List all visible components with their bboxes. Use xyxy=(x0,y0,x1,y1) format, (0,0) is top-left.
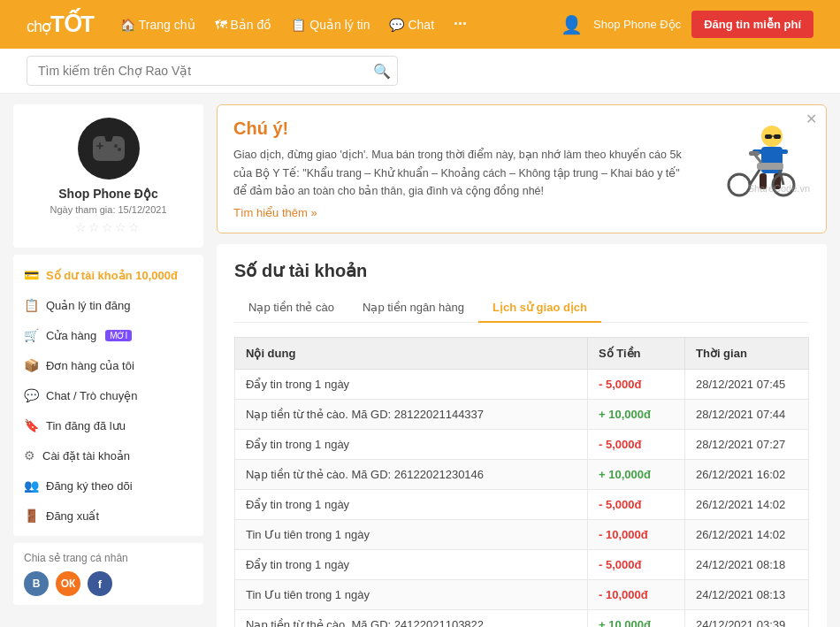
alert-banner: Chú ý! Giao dịch, đừng giao 'dịch'. Mua … xyxy=(217,104,827,233)
join-date: Ngày tham gia: 15/12/2021 xyxy=(27,204,190,215)
cell-content: Đẩy tin trong 1 ngày xyxy=(235,549,588,579)
shop-name: Shop Phone Độc xyxy=(27,187,190,201)
svg-rect-17 xyxy=(749,151,760,156)
svg-rect-15 xyxy=(757,163,783,170)
manage-posts-icon: 📋 xyxy=(24,298,39,312)
sidebar-item-follow[interactable]: 👥 Đăng ký theo dõi xyxy=(13,470,203,501)
cell-time: 24/12/2021 08:18 xyxy=(685,549,809,579)
sidebar-item-shop[interactable]: 🛒 Cửa hàng MỚI xyxy=(13,320,203,350)
svg-rect-10 xyxy=(765,134,772,139)
cell-time: 26/12/2021 14:02 xyxy=(685,519,809,549)
shop-icon: 🛒 xyxy=(24,328,39,342)
cell-content: Nạp tiền từ thẻ cào. Mã GD: 241220211038… xyxy=(235,609,588,627)
nav-item-manage[interactable]: 📋 Quản lý tin xyxy=(291,18,370,32)
sidebar-item-balance[interactable]: 💳 Số dư tài khoản 10,000đ xyxy=(13,260,203,290)
manage-icon: 📋 xyxy=(291,18,306,32)
nav: 🏠 Trang chủ 🗺 Bản đồ 📋 Quản lý tin 💬 Cha… xyxy=(120,15,561,34)
tab-history[interactable]: Lịch sử giao dịch xyxy=(478,294,601,323)
cell-amount: - 5,000đ xyxy=(588,369,685,399)
balance-icon: 💳 xyxy=(24,268,39,282)
follow-icon: 👥 xyxy=(24,478,39,493)
sidebar-item-settings[interactable]: ⚙ Cài đặt tài khoản xyxy=(13,440,203,470)
nav-item-chat[interactable]: 💬 Chat xyxy=(389,18,434,32)
tab-top-up-bank[interactable]: Nạp tiền ngân hàng xyxy=(348,294,478,323)
alert-body: Giao dịch, đừng giao 'dịch'. Mua bán tro… xyxy=(233,146,695,201)
cell-content: Đẩy tin trong 1 ngày xyxy=(235,489,588,519)
cell-time: 28/12/2021 07:45 xyxy=(685,369,809,399)
alert-close-button[interactable]: ✕ xyxy=(806,112,817,126)
col-amount: Số Tiền xyxy=(588,337,685,369)
table-row: Đẩy tin trong 1 ngày- 5,000đ24/12/2021 0… xyxy=(235,549,809,579)
cell-content: Tin Ưu tiên trong 1 ngày xyxy=(235,579,588,609)
map-icon: 🗺 xyxy=(215,18,227,32)
chat-icon: 💬 xyxy=(389,18,404,32)
nav-item-map[interactable]: 🗺 Bản đồ xyxy=(215,18,272,32)
user-avatar-icon: 👤 xyxy=(561,14,583,35)
header: chợTỐT 🏠 Trang chủ 🗺 Bản đồ 📋 Quản lý ti… xyxy=(0,0,840,49)
settings-icon: ⚙ xyxy=(24,448,35,463)
svg-point-13 xyxy=(729,174,750,195)
table-row: Tin Ưu tiên trong 1 ngày- 10,000đ26/12/2… xyxy=(235,519,809,549)
chat-sidebar-icon: 💬 xyxy=(24,388,39,402)
vk-share-button[interactable]: В xyxy=(24,571,49,596)
cell-amount: - 10,000đ xyxy=(588,519,685,549)
alert-illustration: ShareCode.vn xyxy=(704,119,810,198)
svg-rect-1 xyxy=(99,142,101,149)
transaction-table: Nội dung Số Tiền Thời gian Đẩy tin trong… xyxy=(234,337,809,627)
table-row: Nạp tiền từ thẻ cào. Mã GD: 261220212301… xyxy=(235,459,809,489)
user-name[interactable]: Shop Phone Độc xyxy=(593,18,681,31)
alert-title: Chú ý! xyxy=(233,119,695,139)
table-row: Nạp tiền từ thẻ cào. Mã GD: 241220211038… xyxy=(235,609,809,627)
balance-section: Số dư tài khoản Nạp tiền thẻ cào Nạp tiề… xyxy=(217,244,827,627)
sidebar-item-saved[interactable]: 🔖 Tin đăng đã lưu xyxy=(13,410,203,440)
table-row: Tin Ưu tiên trong 1 ngày- 10,000đ24/12/2… xyxy=(235,579,809,609)
svg-rect-11 xyxy=(774,134,781,139)
section-title: Số dư tài khoản xyxy=(234,260,809,281)
cell-content: Tin Ưu tiên trong 1 ngày xyxy=(235,519,588,549)
search-bar: 🔍 xyxy=(0,49,840,94)
table-row: Đẩy tin trong 1 ngày- 5,000đ28/12/2021 0… xyxy=(235,429,809,459)
logo[interactable]: chợTỐT xyxy=(27,11,94,38)
nav-more-button[interactable]: ··· xyxy=(454,15,467,34)
orders-icon: 📦 xyxy=(24,358,39,372)
alert-link[interactable]: Tìm hiểu thêm » xyxy=(233,206,317,219)
cell-time: 24/12/2021 03:39 xyxy=(685,609,809,627)
tab-top-up-card[interactable]: Nạp tiền thẻ cào xyxy=(234,294,348,323)
star-rating: ☆☆☆☆☆ xyxy=(27,220,190,234)
logout-icon: 🚪 xyxy=(24,508,39,523)
sidebar: Shop Phone Độc Ngày tham gia: 15/12/2021… xyxy=(13,104,203,627)
facebook-share-button[interactable]: f xyxy=(88,571,112,596)
svg-point-3 xyxy=(118,148,121,151)
cell-content: Nạp tiền từ thẻ cào. Mã GD: 261220212301… xyxy=(235,459,588,489)
table-row: Đẩy tin trong 1 ngày- 5,000đ28/12/2021 0… xyxy=(235,369,809,399)
cell-time: 26/12/2021 16:02 xyxy=(685,459,809,489)
post-button[interactable]: Đăng tin miễn phí xyxy=(691,11,813,38)
sidebar-item-chat[interactable]: 💬 Chat / Trò chuyện xyxy=(13,380,203,410)
col-content: Nội dung xyxy=(235,337,588,369)
sidebar-menu: 💳 Số dư tài khoản 10,000đ 📋 Quản lý tin … xyxy=(13,255,203,536)
cell-content: Nạp tiền từ thẻ cào. Mã GD: 281220211443… xyxy=(235,399,588,429)
tabs: Nạp tiền thẻ cào Nạp tiền ngân hàng Lịch… xyxy=(234,294,809,323)
cell-amount: - 5,000đ xyxy=(588,429,685,459)
sidebar-item-manage-posts[interactable]: 📋 Quản lý tin đăng xyxy=(13,290,203,320)
cell-time: 28/12/2021 07:27 xyxy=(685,429,809,459)
col-time: Thời gian xyxy=(685,337,809,369)
ok-share-button[interactable]: ОК xyxy=(56,571,80,596)
cell-amount: - 5,000đ xyxy=(588,489,685,519)
search-button[interactable]: 🔍 xyxy=(373,63,391,80)
cell-time: 24/12/2021 08:13 xyxy=(685,579,809,609)
profile-card: Shop Phone Độc Ngày tham gia: 15/12/2021… xyxy=(13,104,203,248)
new-badge: MỚI xyxy=(105,330,132,341)
sidebar-item-orders[interactable]: 📦 Đơn hàng của tôi xyxy=(13,350,203,380)
cell-content: Đẩy tin trong 1 ngày xyxy=(235,369,588,399)
cell-time: 28/12/2021 07:44 xyxy=(685,399,809,429)
share-section: Chia sẻ trang cá nhân В ОК f xyxy=(13,543,203,605)
nav-item-home[interactable]: 🏠 Trang chủ xyxy=(120,18,195,32)
search-input[interactable] xyxy=(27,56,398,86)
sidebar-item-logout[interactable]: 🚪 Đăng xuất xyxy=(13,501,203,531)
svg-rect-7 xyxy=(772,149,788,154)
header-right: 👤 Shop Phone Độc Đăng tin miễn phí xyxy=(561,11,813,38)
cell-amount: - 5,000đ xyxy=(588,549,685,579)
cell-time: 26/12/2021 14:02 xyxy=(685,489,809,519)
share-label: Chia sẻ trang cá nhân xyxy=(24,552,193,564)
